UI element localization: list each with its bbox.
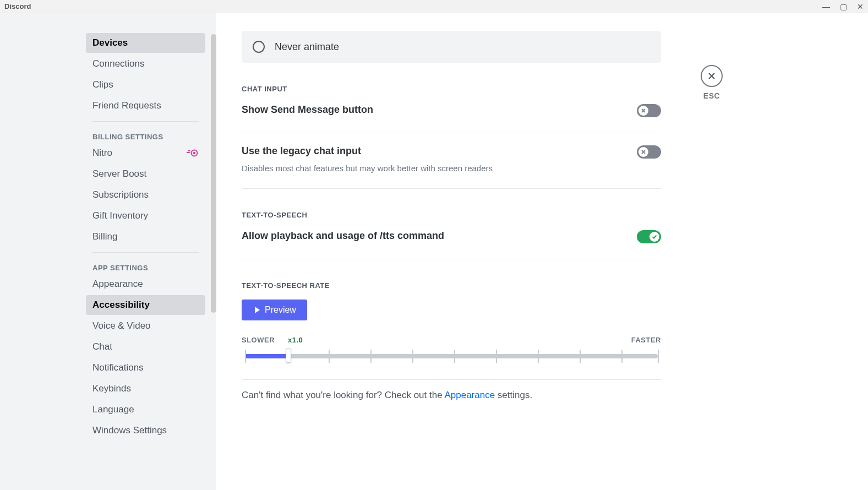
toggle-show-send[interactable]	[637, 104, 661, 117]
sidebar-scrollbar[interactable]	[211, 34, 216, 313]
close-settings: ESC	[701, 65, 723, 100]
tts-rate-slider[interactable]	[242, 346, 661, 366]
sidebar-item-connections[interactable]: Connections	[86, 54, 205, 74]
slider-tick	[580, 350, 581, 363]
divider	[92, 252, 199, 253]
slider-tick	[658, 350, 659, 363]
setting-description: Disables most chat features but may work…	[242, 164, 493, 173]
play-icon	[253, 306, 261, 314]
sidebar-item-subscriptions[interactable]: Subscriptions	[86, 185, 205, 205]
sidebar-item-label: Friend Requests	[92, 100, 161, 111]
slider-tick	[496, 350, 497, 363]
divider	[242, 259, 661, 259]
sidebar-item-label: Clips	[92, 79, 113, 90]
slider-tick	[329, 350, 330, 363]
sidebar-item-label: Gift Inventory	[92, 210, 148, 221]
sidebar-item-friend-requests[interactable]: Friend Requests	[86, 96, 205, 116]
appearance-link[interactable]: Appearance	[444, 390, 495, 400]
sidebar-item-label: Nitro	[92, 148, 112, 159]
sidebar-item-label: Accessibility	[92, 300, 150, 311]
slower-label: SLOWER	[242, 336, 275, 344]
setting-title: Show Send Message button	[242, 104, 373, 116]
divider	[92, 121, 199, 122]
radio-never-animate[interactable]: Never animate	[242, 31, 661, 63]
section-heading-tts-rate: TEXT-TO-SPEECH RATE	[242, 281, 661, 290]
close-button[interactable]	[701, 65, 723, 87]
svg-rect-1	[188, 150, 190, 151]
footer-pre: Can't find what you're looking for? Chec…	[242, 390, 444, 400]
sidebar-item-language[interactable]: Language	[86, 400, 205, 420]
sidebar-item-chat[interactable]: Chat	[86, 337, 205, 357]
setting-allow-tts: Allow playback and usage of /tts command	[242, 229, 661, 249]
sidebar-item-appearance[interactable]: Appearance	[86, 274, 205, 294]
divider	[242, 188, 661, 189]
preview-label: Preview	[265, 305, 296, 315]
slider-tick	[370, 350, 372, 363]
setting-legacy-chat-input: Use the legacy chat input Disables most …	[242, 144, 661, 178]
sidebar-item-label: Voice & Video	[92, 320, 151, 331]
toggle-thumb	[638, 147, 648, 157]
sidebar-item-label: Connections	[92, 58, 145, 69]
sidebar-heading-billing: BILLING SETTINGS	[86, 127, 205, 143]
sidebar-item-devices[interactable]: Devices	[86, 33, 205, 53]
window-controls: — ▢ ✕	[822, 2, 864, 11]
sidebar-item-label: Windows Settings	[92, 425, 167, 436]
close-window-icon[interactable]: ✕	[857, 2, 864, 11]
toggle-legacy-chat[interactable]	[637, 145, 661, 159]
divider	[242, 133, 661, 133]
app-title: Discord	[4, 2, 31, 10]
slider-fill	[245, 354, 289, 358]
sidebar-item-billing[interactable]: Billing	[86, 227, 205, 247]
check-icon	[651, 233, 658, 240]
sidebar-item-accessibility[interactable]: Accessibility	[86, 295, 205, 315]
divider	[242, 379, 661, 380]
sidebar-item-label: Billing	[92, 231, 117, 242]
sidebar-item-label: Keybinds	[92, 383, 131, 394]
slider-tick	[621, 350, 623, 363]
toggle-thumb	[638, 106, 648, 116]
sidebar-item-label: Subscriptions	[92, 189, 149, 200]
minimize-icon[interactable]: —	[822, 2, 830, 11]
sidebar-item-label: Notifications	[92, 362, 144, 373]
x-icon	[640, 107, 647, 114]
svg-point-3	[193, 152, 195, 154]
nitro-icon	[187, 149, 199, 157]
esc-label: ESC	[703, 91, 720, 100]
faster-label: FASTER	[631, 336, 661, 344]
slider-track	[245, 354, 658, 358]
radio-icon	[253, 41, 265, 53]
slider-header: SLOWER x1.0 FASTER	[242, 336, 661, 344]
sidebar-item-gift-inventory[interactable]: Gift Inventory	[86, 206, 205, 226]
sidebar-item-label: Appearance	[92, 279, 143, 290]
section-heading-tts: TEXT-TO-SPEECH	[242, 211, 661, 219]
footer-post: settings.	[495, 390, 532, 400]
toggle-thumb	[649, 232, 659, 242]
maximize-icon[interactable]: ▢	[840, 2, 847, 11]
titlebar: Discord — ▢ ✕	[0, 0, 868, 13]
footer-hint: Can't find what you're looking for? Chec…	[242, 390, 661, 401]
sidebar-item-label: Devices	[92, 37, 128, 48]
sidebar-item-label: Server Boost	[92, 168, 146, 179]
slider-tick	[412, 350, 413, 363]
setting-title: Allow playback and usage of /tts command	[242, 230, 444, 242]
svg-rect-0	[187, 152, 190, 153]
sidebar-heading-app: APP SETTINGS	[86, 258, 205, 274]
sidebar-item-label: Language	[92, 404, 134, 415]
settings-sidebar: Devices Connections Clips Friend Request…	[0, 13, 216, 490]
sidebar-item-keybinds[interactable]: Keybinds	[86, 379, 205, 399]
preview-button[interactable]: Preview	[242, 300, 307, 320]
sidebar-item-voice-video[interactable]: Voice & Video	[86, 316, 205, 336]
radio-label: Never animate	[275, 41, 339, 53]
section-heading-chat-input: CHAT INPUT	[242, 85, 661, 93]
close-icon	[707, 71, 717, 81]
slider-thumb[interactable]	[286, 349, 291, 363]
sidebar-item-server-boost[interactable]: Server Boost	[86, 164, 205, 184]
sidebar-item-clips[interactable]: Clips	[86, 75, 205, 95]
toggle-allow-tts[interactable]	[637, 230, 661, 243]
slider-tick	[538, 350, 539, 363]
sidebar-item-label: Chat	[92, 341, 112, 352]
sidebar-item-notifications[interactable]: Notifications	[86, 358, 205, 378]
sidebar-item-nitro[interactable]: Nitro	[86, 143, 205, 163]
sidebar-item-windows-settings[interactable]: Windows Settings	[86, 421, 205, 440]
slider-tick	[245, 350, 246, 363]
